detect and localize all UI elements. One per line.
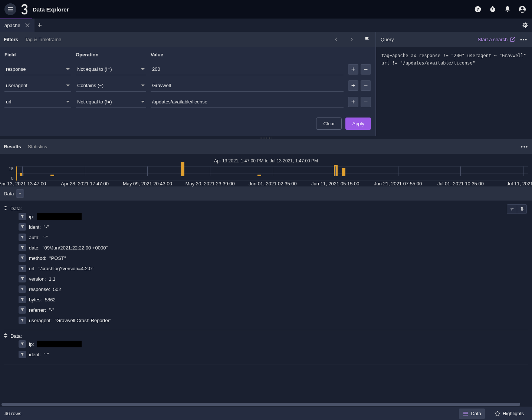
svg-marker-18 <box>4 336 7 338</box>
svg-marker-17 <box>4 333 7 335</box>
tab-tag-timeframe[interactable]: Tag & Timeframe <box>25 37 61 42</box>
record-title: Data: <box>10 333 22 339</box>
field-key: url: <box>29 266 36 271</box>
add-tab-button[interactable] <box>35 23 45 28</box>
menu-button[interactable] <box>4 3 16 15</box>
xtick: May 20, 2021 23:39:00 <box>185 181 235 186</box>
data-field-row: method: "POST" <box>4 253 528 263</box>
operation-select-value: Contains (~) <box>77 83 104 88</box>
filter-headers: Field Operation Value <box>0 47 375 61</box>
operation-select[interactable]: Contains (~) <box>76 80 146 92</box>
collapse-icon[interactable] <box>4 206 7 211</box>
remove-filter-button[interactable]: − <box>361 97 371 107</box>
drag-handle[interactable]: :::::::: <box>0 136 532 139</box>
flag-icon[interactable] <box>363 35 372 44</box>
redacted-value <box>37 341 82 347</box>
chart-bar[interactable] <box>342 168 345 176</box>
status-tab-highlights[interactable]: Highlights <box>491 409 528 419</box>
field-value: 5862 <box>45 297 56 302</box>
results-chart[interactable]: 18 0 Apr 13, 2021 13:47:00Apr 28, 2021 1… <box>15 166 528 185</box>
chart-bar[interactable] <box>181 162 184 176</box>
close-icon[interactable] <box>25 23 30 28</box>
tab-active-indicator <box>0 19 32 19</box>
chart-bar[interactable] <box>50 175 54 176</box>
tab-filters[interactable]: Filters <box>4 37 18 42</box>
collapse-icon[interactable] <box>4 333 7 339</box>
operation-select[interactable]: Not equal to (!=) <box>76 96 146 108</box>
remove-filter-button[interactable]: − <box>361 64 371 75</box>
filter-icon[interactable] <box>19 296 26 303</box>
record-title: Data: <box>10 206 22 211</box>
chart-bar[interactable] <box>257 175 261 176</box>
start-search-link[interactable]: Start a search <box>477 36 516 42</box>
operation-select[interactable]: Not equal to (!=) <box>76 63 146 75</box>
data-list[interactable]: Data:☆⇅ip: ident: "-"auth: "-"date: "09/… <box>0 201 532 402</box>
chart-bar[interactable] <box>334 165 338 176</box>
start-search-label: Start a search <box>477 37 508 42</box>
field-value: "POST" <box>49 255 66 261</box>
tab-statistics[interactable]: Statistics <box>28 144 47 149</box>
tab-results[interactable]: Results <box>4 144 21 149</box>
svg-marker-16 <box>4 209 7 210</box>
chart-bar[interactable] <box>20 173 23 176</box>
field-key: ip: <box>29 341 34 347</box>
data-dropdown-button[interactable] <box>16 189 24 198</box>
filter-icon[interactable] <box>19 254 26 262</box>
apply-button[interactable]: Apply <box>345 118 371 130</box>
filter-icon[interactable] <box>19 265 26 272</box>
redacted-value <box>37 213 82 220</box>
field-value: "Gravwell Crash Reporter" <box>55 318 111 323</box>
filter-row: useragent Contains (~) + − <box>0 77 375 94</box>
remove-filter-button[interactable]: − <box>361 80 371 91</box>
user-icon[interactable] <box>517 4 528 14</box>
query-menu-icon[interactable]: ••• <box>520 37 528 42</box>
add-filter-button[interactable]: + <box>348 64 358 75</box>
filter-icon[interactable] <box>19 244 26 251</box>
help-icon[interactable]: ? <box>473 4 483 14</box>
status-tab-label: Data <box>471 411 481 416</box>
filter-icon[interactable] <box>19 285 26 293</box>
filter-icon[interactable] <box>19 275 26 282</box>
add-filter-button[interactable]: + <box>348 97 358 107</box>
filter-icon[interactable] <box>19 340 26 348</box>
data-field-row: date: "09/Jun/2021:22:22:00 +0000" <box>4 242 528 253</box>
star-icon[interactable]: ☆ <box>507 205 517 214</box>
data-field-row: auth: "-" <box>4 232 528 242</box>
status-tab-data[interactable]: Data <box>459 409 485 419</box>
settings-icon[interactable] <box>519 22 532 29</box>
chart-range-label: Apr 13 2021, 1:47:00 PM to Jul 13 2021, … <box>4 157 528 166</box>
filter-icon[interactable] <box>19 234 26 241</box>
expand-icon[interactable]: ⇅ <box>517 205 526 214</box>
operation-select-value: Not equal to (!=) <box>77 99 112 105</box>
filter-icon[interactable] <box>19 306 26 314</box>
field-key: auth: <box>29 235 40 240</box>
filter-section: Filters Tag & Timeframe Field Operation … <box>0 32 532 136</box>
header-operation: Operation <box>76 52 146 57</box>
nav-back-icon[interactable] <box>332 35 341 44</box>
bell-icon[interactable] <box>502 4 513 14</box>
row-count: 46 rows <box>4 411 22 416</box>
results-tabs: Results Statistics ••• <box>0 139 532 154</box>
add-filter-button[interactable]: + <box>348 80 358 91</box>
tab-apache[interactable]: apache <box>0 19 35 32</box>
filter-icon[interactable] <box>19 317 26 324</box>
tab-label: apache <box>4 23 20 28</box>
value-input[interactable] <box>151 63 344 75</box>
clear-button[interactable]: Clear <box>316 118 342 130</box>
filter-icon[interactable] <box>19 213 26 220</box>
stopwatch-icon[interactable] <box>487 4 498 14</box>
app-title: Data Explorer <box>33 6 69 13</box>
value-input[interactable] <box>151 80 344 92</box>
xtick: Jun 11, 2021 05:15:00 <box>311 181 359 186</box>
field-select[interactable]: url <box>4 96 71 108</box>
data-field-row: ip: <box>4 211 528 222</box>
field-select[interactable]: useragent <box>4 80 71 92</box>
results-menu-icon[interactable]: ••• <box>521 144 528 149</box>
value-input[interactable] <box>151 96 344 108</box>
nav-forward-icon[interactable] <box>347 35 356 44</box>
filter-icon[interactable] <box>19 351 26 358</box>
data-field-row: ident: "-" <box>4 349 528 360</box>
filter-icon[interactable] <box>19 223 26 231</box>
horizontal-scrollbar[interactable] <box>0 402 532 407</box>
field-select[interactable]: response <box>4 63 71 75</box>
